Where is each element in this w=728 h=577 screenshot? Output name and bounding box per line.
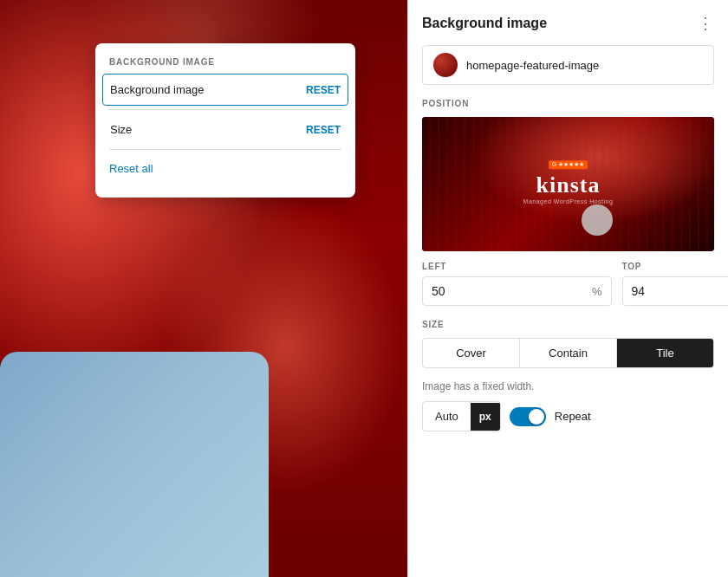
px-badge[interactable]: px <box>471 403 500 431</box>
left-input-wrap: % <box>422 276 612 306</box>
kinsta-g-badge: G ★★★★★ <box>549 160 588 169</box>
dropdown-item-background-label: Background image <box>110 83 204 96</box>
dropdown-section-label: BACKGROUND IMAGE <box>95 57 355 74</box>
left-field-label: LEFT <box>422 262 612 271</box>
dropdown-reset-all[interactable]: Reset all <box>95 153 355 184</box>
repeat-label: Repeat <box>555 410 591 423</box>
auto-repeat-row: Auto px Repeat <box>422 401 714 431</box>
fixed-width-note: Image has a fixed width. <box>422 380 714 392</box>
panel-header: Background image ⋮ <box>422 14 714 33</box>
dropdown-item-size-reset[interactable]: RESET <box>306 124 341 136</box>
more-options-icon[interactable]: ⋮ <box>698 14 714 33</box>
dropdown-item-background[interactable]: Background image RESET <box>102 74 348 106</box>
blue-card <box>0 352 269 577</box>
kinsta-subtitle: Managed WordPress Hosting <box>523 198 614 204</box>
right-panel: Background image ⋮ homepage-featured-ima… <box>407 0 728 577</box>
size-cover-button[interactable]: Cover <box>423 339 520 367</box>
kinsta-logo-area: G ★★★★★ kinsta Managed WordPress Hosting <box>523 154 614 204</box>
kinsta-text: kinsta <box>523 172 614 198</box>
size-toggle-group: Cover Contain Tile <box>422 338 714 368</box>
dropdown-divider-1 <box>109 109 341 110</box>
bottom-row: Auto px <box>422 401 501 431</box>
panel-title: Background image <box>422 16 547 31</box>
image-selector[interactable]: homepage-featured-image <box>422 45 714 85</box>
left-unit: % <box>592 278 611 305</box>
size-contain-button[interactable]: Contain <box>520 339 617 367</box>
left-field: LEFT % <box>422 262 612 306</box>
left-input[interactable] <box>423 277 592 305</box>
top-input-wrap: % <box>622 276 728 306</box>
repeat-row: Repeat <box>510 407 591 426</box>
size-section: SIZE Cover Contain Tile <box>422 320 714 368</box>
dropdown-item-size-label: Size <box>110 123 132 136</box>
dropdown-popup: BACKGROUND IMAGE Background image RESET … <box>95 43 355 198</box>
top-field: TOP % <box>622 262 728 306</box>
size-tile-button[interactable]: Tile <box>617 339 713 367</box>
position-handle[interactable] <box>582 204 613 236</box>
position-area: POSITION G ★★★★★ kinsta Managed WordPres… <box>422 99 714 306</box>
size-section-label: SIZE <box>422 320 714 329</box>
toggle-knob <box>529 409 544 425</box>
left-panel: BACKGROUND IMAGE Background image RESET … <box>0 0 407 577</box>
position-preview[interactable]: G ★★★★★ kinsta Managed WordPress Hosting <box>422 117 714 251</box>
dropdown-item-size[interactable]: Size RESET <box>95 113 355 146</box>
top-input[interactable] <box>623 277 728 305</box>
auto-value: Auto <box>423 402 471 431</box>
dropdown-divider-2 <box>109 149 341 150</box>
dropdown-item-background-reset[interactable]: RESET <box>306 84 341 96</box>
position-inputs: LEFT % TOP % <box>422 262 714 306</box>
top-field-label: TOP <box>622 262 728 271</box>
image-name-label: homepage-featured-image <box>466 59 599 72</box>
repeat-toggle[interactable] <box>510 407 546 426</box>
image-thumbnail <box>433 53 458 77</box>
position-section-label: POSITION <box>422 99 714 108</box>
